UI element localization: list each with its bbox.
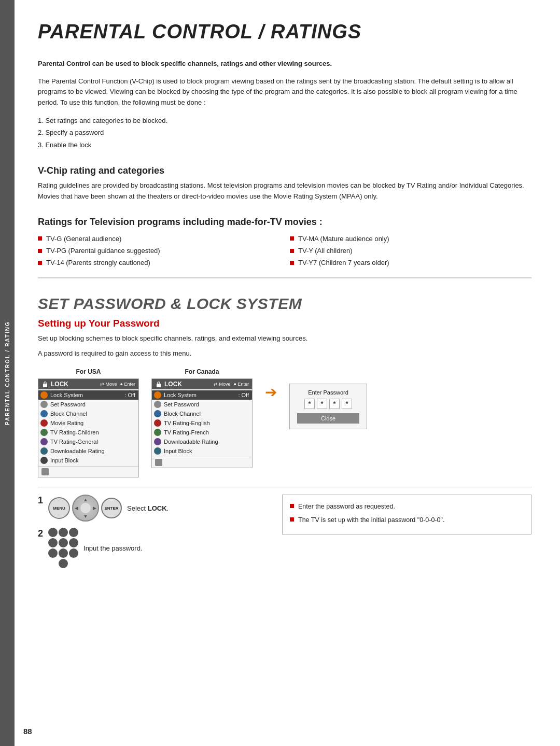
close-button[interactable]: Close [297, 413, 359, 424]
password-box: Enter Password * * * * Close [289, 384, 367, 429]
usa-menu-header: LOCK ⇄ Move ● Enter [38, 379, 138, 389]
lock-icon-usa [41, 381, 49, 388]
side-tab: PARENTAL CONTROL / RATING [0, 0, 15, 746]
canada-menu-items: Lock System : Off Set Password Block Cha… [152, 389, 252, 457]
usa-menu-title: LOCK [51, 381, 98, 388]
ratings-grid: TV-G (General audience) TV-PG (Parental … [38, 233, 531, 269]
usa-footer-icon [41, 468, 49, 475]
bottom-instructions: 1 MENU ▲ [38, 495, 531, 574]
usa-menu-container: For USA LOCK ⇄ Move ● Enter [38, 368, 139, 477]
bullet-tvma [290, 236, 294, 241]
password-dots: * * * * [297, 399, 359, 409]
steps-list: 1. Set ratings and categories to be bloc… [38, 115, 531, 151]
intro-bold: Parental Control can be used to block sp… [38, 59, 531, 69]
canada-label: For Canada [185, 368, 219, 375]
numpad-6 [69, 538, 78, 547]
step-2: 2. Specify a password [38, 126, 531, 138]
canada-icon-english [154, 419, 161, 427]
canada-menu-container: For Canada LOCK ⇄ Move ● Enter [151, 368, 253, 468]
arrow-icon: ➔ [265, 384, 277, 401]
rating-tvy: TV-Y (All children) [290, 245, 531, 257]
set-password-desc2: A password is required to gain access to… [38, 348, 531, 359]
password-dot-2: * [317, 399, 327, 409]
canada-menu-title: LOCK [164, 381, 212, 388]
usa-icon-downloadable [40, 447, 48, 455]
numpad-7 [48, 548, 58, 558]
instruction-step-2: 2 [38, 528, 272, 568]
numpad-8 [59, 548, 68, 558]
rating-tv14: TV-14 (Parents strongly cautioned) [38, 257, 279, 269]
info-bullet-1 [290, 504, 294, 508]
instruction-steps: 1 MENU ▲ [38, 495, 272, 574]
canada-icon-french [154, 429, 161, 436]
svg-rect-0 [43, 384, 47, 387]
canada-menu-box: LOCK ⇄ Move ● Enter Lock System : Off [151, 378, 253, 468]
nav-ring: ▲ ▼ ◀ ▶ [72, 495, 99, 522]
usa-menu-items: Lock System : Off Set Password Block Cha… [38, 389, 138, 466]
remote-buttons-step1: MENU ▲ ▼ ◀ ▶ [48, 495, 122, 522]
canada-menu-footer [152, 457, 252, 468]
numpad-9 [69, 548, 78, 558]
usa-icon-children [40, 429, 48, 436]
usa-item-input-block: Input Block [38, 456, 138, 465]
info-text-2: The TV is set up with the initial passwo… [298, 515, 444, 526]
step-1-number: 1 [38, 496, 43, 505]
usa-item-lock-system: Lock System : Off [38, 390, 138, 400]
step-1: 1. Set ratings and categories to be bloc… [38, 115, 531, 126]
info-text-1: Enter the password as requested. [298, 501, 395, 512]
lock-icon-canada [155, 381, 162, 388]
tv-ratings-heading: Ratings for Television programs includin… [38, 217, 531, 228]
usa-icon-password [40, 401, 48, 408]
canada-item-input-block: Input Block [152, 446, 252, 456]
usa-item-tv-general: TV Rating-General [38, 437, 138, 446]
usa-icon-general [40, 438, 48, 445]
canada-icon-input [154, 447, 161, 455]
canada-item-tv-french: TV Rating-French [152, 428, 252, 437]
usa-item-downloadable: Downloadable Rating [38, 446, 138, 456]
bullet-tvy [290, 249, 294, 253]
usa-icon-lock [40, 391, 48, 399]
numpad-4 [48, 538, 58, 547]
info-item-2: The TV is set up with the initial passwo… [290, 515, 524, 526]
setting-password-heading: Setting up Your Password [38, 318, 531, 329]
canada-item-lock-system: Lock System : Off [152, 390, 252, 400]
svg-rect-1 [157, 384, 161, 387]
usa-icon-movie [40, 419, 48, 427]
usa-menu-footer [38, 466, 138, 477]
bullet-tvg [38, 236, 42, 241]
step-3: 3. Enable the lock [38, 139, 531, 151]
password-label: Enter Password [297, 389, 359, 396]
usa-item-block-channel: Block Channel [38, 409, 138, 418]
rating-tvpg: TV-PG (Parental guidance suggested) [38, 245, 279, 257]
canada-icon-block [154, 410, 161, 417]
canada-icon-lock [154, 391, 161, 399]
step-1-text: Select LOCK. [127, 504, 169, 512]
page-number: 88 [23, 727, 32, 736]
info-item-1: Enter the password as requested. [290, 501, 524, 512]
password-dot-4: * [342, 399, 352, 409]
numpad [48, 528, 78, 568]
usa-item-tv-children: TV Rating-Children [38, 428, 138, 437]
page-title: PARENTAL CONTROL / RATINGS [38, 21, 531, 43]
bottom-divider [38, 487, 531, 487]
password-dot-3: * [329, 399, 340, 409]
numpad-1 [48, 528, 58, 537]
usa-item-set-password: Set Password [38, 400, 138, 409]
numpad-2 [59, 528, 68, 537]
step-2-number: 2 [38, 529, 43, 538]
instruction-step-1: 1 MENU ▲ [38, 495, 272, 522]
usa-icon-input [40, 457, 48, 464]
rating-tvg: TV-G (General audience) [38, 233, 279, 245]
info-bullet-2 [290, 517, 294, 522]
canada-menu-nav: ⇄ Move ● Enter [214, 382, 249, 387]
usa-menu-box: LOCK ⇄ Move ● Enter Lock System : Off [38, 378, 139, 477]
rating-tvy7: TV-Y7 (Children 7 years older) [290, 257, 531, 269]
usa-label: For USA [76, 368, 101, 375]
menu-button: MENU [48, 497, 70, 519]
rating-tvma: TV-MA (Mature audience only) [290, 233, 531, 245]
numpad-3 [69, 528, 78, 537]
canada-menu-header: LOCK ⇄ Move ● Enter [152, 379, 252, 389]
bullet-tv14 [38, 261, 42, 265]
canada-item-block-channel: Block Channel [152, 409, 252, 418]
canada-icon-password [154, 401, 161, 408]
